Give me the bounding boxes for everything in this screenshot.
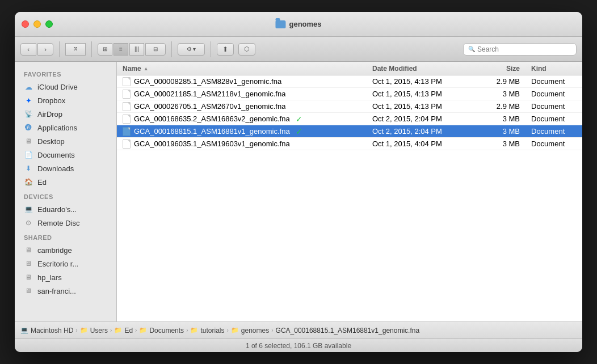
command-view-button[interactable]: ⌘	[65, 43, 86, 56]
applications-icon: 🅐	[24, 123, 33, 132]
file-name-text: GCA_000026705.1_ASM2670v1_genomic.fna	[134, 102, 285, 111]
table-row[interactable]: GCA_000008285.1_ASM828v1_genomic.fnaOct …	[117, 75, 582, 88]
table-row[interactable]: GCA_000021185.1_ASM2118v1_genomic.fnaOct…	[117, 88, 582, 100]
breadcrumb-item[interactable]: 📁Ed	[114, 327, 133, 335]
share-button[interactable]: ⬆	[217, 43, 234, 56]
gear-icon: ⚙	[187, 46, 192, 52]
sidebar-item-icloud[interactable]: ☁ iCloud Drive	[15, 80, 116, 94]
file-name-text: GCA_000168815.1_ASM16881v1_genomic.fna	[134, 127, 290, 136]
separator-2	[91, 41, 92, 57]
breadcrumb-folder-icon: 📁	[190, 327, 198, 334]
sidebar-item-ed[interactable]: 🏠 Ed	[15, 175, 116, 189]
breadcrumb-item[interactable]: 📁genomes	[231, 327, 269, 335]
eduardo-label: Eduardo's...	[37, 205, 77, 214]
breadcrumb-arrow: ›	[110, 327, 112, 333]
sidebar-item-remote-disc[interactable]: ⊙ Remote Disc	[15, 216, 116, 230]
table-row[interactable]: GCA_000196035.1_ASM19603v1_genomic.fnaOc…	[117, 138, 582, 150]
search-box[interactable]: 🔍	[463, 43, 577, 56]
file-modified: Oct 1, 2015, 4:04 PM	[372, 139, 474, 148]
file-size: 3 MB	[474, 139, 520, 148]
file-modified: Oct 2, 2015, 2:04 PM	[372, 127, 474, 136]
file-name-cell: GCA_000026705.1_ASM2670v1_genomic.fna	[123, 102, 372, 111]
documents-icon: 📄	[24, 150, 33, 159]
separator-1	[59, 41, 60, 57]
forward-button[interactable]: ›	[37, 43, 53, 56]
file-size: 3 MB	[474, 90, 520, 98]
breadcrumb-label: Users	[90, 327, 108, 335]
sidebar-item-escritorio[interactable]: 🖥 Escritorio r...	[15, 257, 116, 270]
file-modified: Oct 2, 2015, 2:04 PM	[372, 115, 474, 123]
list-view-button[interactable]: ≡	[113, 43, 128, 56]
file-doc-icon	[123, 77, 131, 86]
icon-view-button[interactable]: ⊞	[98, 43, 112, 56]
nav-buttons: ‹ ›	[20, 43, 53, 56]
san-franci-label: san-franci...	[37, 287, 76, 295]
file-size: 3 MB	[474, 115, 520, 123]
action-button[interactable]: ⚙ ▾	[178, 43, 205, 56]
file-size: 2.9 MB	[474, 102, 520, 111]
table-row[interactable]: GCA_000026705.1_ASM2670v1_genomic.fnaOct…	[117, 100, 582, 113]
breadcrumb-folder-icon: 📁	[80, 327, 88, 334]
breadcrumb-arrow: ›	[186, 327, 188, 333]
view-buttons: ⊞ ≡ ||| ⊟	[98, 43, 166, 56]
status-text: 1 of 6 selected, 106.1 GB available	[246, 342, 351, 350]
breadcrumb-folder-icon: 📁	[231, 327, 239, 334]
file-doc-icon	[123, 127, 131, 136]
file-modified: Oct 1, 2015, 4:13 PM	[372, 77, 474, 86]
downloads-icon: ⬇	[24, 164, 33, 173]
table-row[interactable]: GCA_000168815.1_ASM16881v1_genomic.fna✓O…	[117, 125, 582, 138]
file-kind: Document	[520, 115, 577, 123]
modified-column-header[interactable]: Date Modified	[372, 65, 474, 73]
size-column-header[interactable]: Size	[474, 65, 520, 73]
documents-label: Documents	[37, 151, 75, 159]
breadcrumb-item[interactable]: 📁Users	[80, 327, 108, 335]
finder-window: genomes ‹ › ⌘ ⊞ ≡ ||| ⊟ ⚙ ▾ ⬆ ⬡ 🔍	[15, 12, 582, 352]
table-row[interactable]: GCA_000168635.2_ASM16863v2_genomic.fna✓O…	[117, 113, 582, 125]
breadcrumb-item[interactable]: 📁tutorials	[190, 327, 224, 335]
maximize-button[interactable]	[45, 20, 53, 28]
cover-flow-button[interactable]: ⊟	[145, 43, 166, 56]
sidebar-item-desktop[interactable]: 🖥 Desktop	[15, 134, 116, 148]
back-button[interactable]: ‹	[20, 43, 36, 56]
status-bar: 1 of 6 selected, 106.1 GB available	[15, 338, 582, 352]
breadcrumb-folder-icon: 📁	[139, 327, 147, 334]
folder-icon	[275, 20, 285, 28]
breadcrumb-item[interactable]: 📁Documents	[139, 327, 184, 335]
separator-3	[171, 41, 172, 57]
file-kind: Document	[520, 102, 577, 111]
file-area: Name ▲ Date Modified Size Kind GCA_00000…	[117, 62, 582, 321]
sidebar-item-dropbox[interactable]: ✦ Dropbox	[15, 94, 116, 107]
column-view-button[interactable]: |||	[129, 43, 144, 56]
tag-button[interactable]: ⬡	[238, 43, 255, 56]
minimize-button[interactable]	[33, 20, 41, 28]
breadcrumb-arrow: ›	[271, 327, 273, 333]
airdrop-label: AirDrop	[37, 110, 62, 118]
file-name-cell: GCA_000008285.1_ASM828v1_genomic.fna	[123, 77, 372, 86]
breadcrumb-label: Ed	[124, 327, 133, 335]
sidebar: Favorites ☁ iCloud Drive ✦ Dropbox 📡 Air…	[15, 62, 117, 321]
file-doc-icon	[123, 102, 131, 111]
sidebar-item-eduardo[interactable]: 💻 Eduardo's...	[15, 202, 116, 216]
sidebar-item-documents[interactable]: 📄 Documents	[15, 148, 116, 162]
breadcrumb-item[interactable]: 💻Macintosh HD	[20, 327, 73, 335]
sidebar-item-cambridge[interactable]: 🖥 cambridge	[15, 243, 116, 257]
name-column-header[interactable]: Name ▲	[123, 65, 372, 73]
search-input[interactable]	[477, 45, 571, 53]
sidebar-item-airdrop[interactable]: 📡 AirDrop	[15, 107, 116, 121]
file-kind: Document	[520, 77, 577, 86]
sidebar-item-applications[interactable]: 🅐 Applications	[15, 121, 116, 134]
close-button[interactable]	[22, 20, 29, 28]
network-icon-1: 🖥	[24, 246, 33, 255]
sidebar-item-san-franci[interactable]: 🖥 san-franci...	[15, 284, 116, 298]
breadcrumb-label: tutorials	[200, 327, 224, 335]
toolbar: ‹ › ⌘ ⊞ ≡ ||| ⊟ ⚙ ▾ ⬆ ⬡ 🔍	[15, 37, 582, 62]
file-doc-icon	[123, 115, 131, 124]
window-controls	[22, 20, 53, 28]
sidebar-item-downloads[interactable]: ⬇ Downloads	[15, 162, 116, 175]
window-title: genomes	[275, 20, 321, 28]
file-name-text: GCA_000008285.1_ASM828v1_genomic.fna	[134, 77, 281, 86]
file-name-cell: GCA_000021185.1_ASM2118v1_genomic.fna	[123, 90, 372, 99]
kind-column-header[interactable]: Kind	[520, 65, 577, 73]
sidebar-item-hp-lars[interactable]: 🖥 hp_lars	[15, 270, 116, 284]
breadcrumb-folder-icon: 💻	[20, 327, 28, 334]
